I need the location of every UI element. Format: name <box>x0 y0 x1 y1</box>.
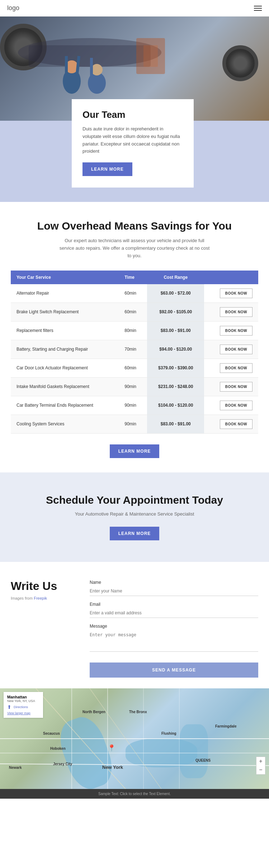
service-cost: $104.00 - $120.00 <box>147 396 204 415</box>
name-input[interactable] <box>90 586 258 596</box>
savings-title: Low Overhead Means Savings for You <box>11 220 258 232</box>
service-time: 70min <box>119 340 147 359</box>
email-field-group: Email <box>90 602 258 618</box>
savings-learn-more-wrap: LEARN MORE <box>11 444 258 458</box>
send-message-button[interactable]: SEND A MESSAGE <box>90 662 258 678</box>
message-input[interactable] <box>90 630 258 652</box>
hero-section: Our Team Duis aute irure dolor in repreh… <box>0 17 269 202</box>
appointment-subtitle: Your Automotive Repair & Maintenance Ser… <box>11 511 258 517</box>
service-cost: $92.00 - $105.00 <box>147 303 204 321</box>
email-input[interactable] <box>90 608 258 618</box>
book-now-button[interactable]: BOOK NOW <box>220 345 253 354</box>
zoom-out-button[interactable]: − <box>256 766 265 774</box>
svg-line-7 <box>77 56 79 74</box>
zoom-in-button[interactable]: + <box>256 757 265 766</box>
map-label-newark: Newark <box>9 766 22 770</box>
service-book-cell: BOOK NOW <box>204 321 258 340</box>
service-book-cell: BOOK NOW <box>204 359 258 377</box>
service-time: 80min <box>119 321 147 340</box>
services-table: Your Car Service Time Cost Range Alterna… <box>11 271 258 434</box>
service-name: Brake Light Switch Replacement <box>11 303 119 321</box>
view-larger-map-link[interactable]: View larger map <box>7 711 39 715</box>
appointment-section: Schedule Your Appointment Today Your Aut… <box>0 472 269 562</box>
contact-left: Write Us Images from Freepik <box>11 580 75 600</box>
table-row: Car Battery Terminal Ends Replacement 90… <box>11 396 258 415</box>
page-footer: Sample Text: Click to select the Text El… <box>0 789 269 799</box>
email-label: Email <box>90 602 258 607</box>
service-time: 60min <box>119 303 147 321</box>
table-row: Intake Manifold Gaskets Replacement 90mi… <box>11 377 258 396</box>
book-now-button[interactable]: BOOK NOW <box>220 326 253 336</box>
col-action <box>204 271 258 284</box>
tire-decoration-right <box>222 45 258 81</box>
book-now-button[interactable]: BOOK NOW <box>220 382 253 392</box>
map-city-name: Manhattan <box>7 695 39 699</box>
map-label-secaucus: Secaucus <box>43 731 60 735</box>
table-header-row: Your Car Service Time Cost Range <box>11 271 258 284</box>
service-name: Battery, Starting and Charging Repair <box>11 340 119 359</box>
map-label-queens: QUEENS <box>195 758 211 762</box>
freepik-link[interactable]: Freepik <box>34 596 47 600</box>
map-label-jersey-city: Jersey City <box>53 762 72 766</box>
book-now-button[interactable]: BOOK NOW <box>220 307 253 317</box>
table-row: Replacement filters 80min $83.00 - $91.0… <box>11 321 258 340</box>
book-now-button[interactable]: BOOK NOW <box>220 363 253 373</box>
service-book-cell: BOOK NOW <box>204 303 258 321</box>
table-row: Cooling System Services 90min $83.00 - $… <box>11 415 258 433</box>
contact-title: Write Us <box>11 580 75 592</box>
appointment-title: Schedule Your Appointment Today <box>11 494 258 506</box>
service-cost: $231.00 - $248.00 <box>147 377 204 396</box>
contact-credits: Images from Freepik <box>11 596 75 600</box>
service-time: 90min <box>119 415 147 433</box>
service-name: Replacement filters <box>11 321 119 340</box>
map-label-bronx: The Bronx <box>129 710 147 714</box>
hero-card-title: Our Team <box>82 109 183 120</box>
service-cost: $379.00 - $390.00 <box>147 359 204 377</box>
map-section: North Bergen Secaucus Hoboken Jersey Cit… <box>0 688 269 789</box>
map-label-far-right: Farmingdale <box>215 724 236 728</box>
book-now-button[interactable]: BOOK NOW <box>220 401 253 410</box>
book-now-button[interactable]: BOOK NOW <box>220 419 253 429</box>
service-time: 60min <box>119 284 147 303</box>
map-water-right <box>179 724 208 778</box>
site-header: logo <box>0 0 269 17</box>
contact-section: Write Us Images from Freepik Name Email … <box>0 562 269 678</box>
name-label: Name <box>90 580 258 585</box>
appointment-learn-more-button[interactable]: LEARN MORE <box>110 527 160 540</box>
map-label-new-york: New York <box>102 765 123 770</box>
map-info-box: Manhattan New York, NY, USA ⬆ Directions… <box>4 692 43 718</box>
col-cost: Cost Range <box>147 271 204 284</box>
table-row: Battery, Starting and Charging Repair 70… <box>11 340 258 359</box>
logo: logo <box>7 4 19 12</box>
contact-form: Name Email Message SEND A MESSAGE <box>90 580 258 678</box>
svg-rect-1 <box>29 45 151 67</box>
map-location-pin: 📍 <box>108 744 115 752</box>
col-service: Your Car Service <box>11 271 119 284</box>
service-time: 60min <box>119 359 147 377</box>
table-row: Car Door Lock Actuator Replacement 60min… <box>11 359 258 377</box>
service-name: Intake Manifold Gaskets Replacement <box>11 377 119 396</box>
map-background: North Bergen Secaucus Hoboken Jersey Cit… <box>0 688 269 789</box>
book-now-button[interactable]: BOOK NOW <box>220 288 253 298</box>
hero-learn-more-button[interactable]: LEARN MORE <box>82 162 132 176</box>
service-book-cell: BOOK NOW <box>204 340 258 359</box>
directions-label: Directions <box>14 705 28 709</box>
service-book-cell: BOOK NOW <box>204 415 258 433</box>
footer-text: Sample Text: Click to select the Text El… <box>98 792 171 796</box>
service-name: Car Battery Terminal Ends Replacement <box>11 396 119 415</box>
savings-section: Low Overhead Means Savings for You Our e… <box>0 202 269 472</box>
map-label-flushing: Flushing <box>161 731 176 735</box>
table-row: Alternator Repair 60min $63.00 - $72.00 … <box>11 284 258 303</box>
directions-icon: ⬆ <box>7 704 11 710</box>
service-name: Alternator Repair <box>11 284 119 303</box>
col-time: Time <box>119 271 147 284</box>
map-directions[interactable]: ⬆ Directions <box>7 704 39 710</box>
service-time: 90min <box>119 396 147 415</box>
savings-learn-more-button[interactable]: LEARN MORE <box>110 444 160 458</box>
service-cost: $83.00 - $91.00 <box>147 415 204 433</box>
svg-rect-10 <box>143 45 158 67</box>
hamburger-menu[interactable] <box>254 6 262 11</box>
map-label-hoboken: Hoboken <box>50 747 66 751</box>
service-book-cell: BOOK NOW <box>204 396 258 415</box>
name-field-group: Name <box>90 580 258 596</box>
